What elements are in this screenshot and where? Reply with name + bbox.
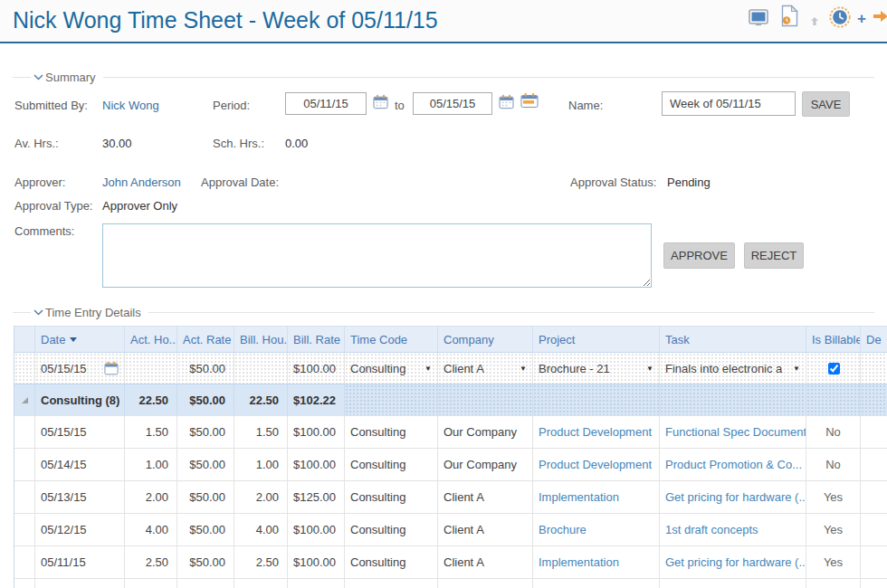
time-code-cell: Consulting (345, 546, 438, 578)
de-cell (861, 449, 887, 480)
period-start-input[interactable] (285, 92, 367, 115)
column-header-project[interactable]: Project (533, 327, 660, 352)
edit-bill-hours-cell[interactable] (234, 353, 288, 384)
time-code-cell: Consulting (345, 579, 438, 588)
de-cell (861, 514, 887, 545)
edit-bill-rate-cell[interactable]: $100.00 (288, 353, 345, 384)
collapse-group-toggle[interactable] (14, 384, 35, 415)
table-row[interactable]: 05/12/15 4.00 $50.00 4.00 $100.00 Consul… (14, 514, 887, 546)
act-rate-cell: $50.00 (177, 579, 234, 588)
column-header-company[interactable]: Company (438, 327, 533, 352)
task-link[interactable]: Product Promotion & Co... (660, 449, 806, 480)
divider (148, 312, 874, 313)
de-cell (861, 579, 887, 588)
summary-section-header[interactable]: Summary (13, 70, 874, 84)
group-summary-row: Consulting (8) 22.50 $50.00 22.50 $102.2… (14, 384, 887, 416)
project-link[interactable]: Implementation (533, 546, 660, 578)
column-header-date[interactable]: Date (35, 327, 125, 352)
date-cell: 05/13/15 (35, 481, 125, 513)
company-cell: Client A (438, 481, 533, 513)
is-billable-cell: No (806, 449, 861, 480)
reject-button[interactable]: REJECT (744, 242, 804, 269)
divider (13, 312, 31, 313)
bill-rate-cell: $100.00 (288, 579, 345, 588)
table-row[interactable]: 05/11/15 2.75 $50.00 2.75 $100.00 Consul… (14, 579, 887, 588)
period-end-input[interactable] (413, 92, 492, 115)
column-header-bill-rate[interactable]: Bill. Rate (288, 327, 345, 352)
clock-icon[interactable] (829, 6, 851, 31)
timesheet-name-input[interactable] (662, 91, 796, 116)
project-link[interactable]: Implementation (533, 481, 660, 513)
column-header-task[interactable]: Task (660, 327, 806, 352)
company-cell: Client A (438, 514, 533, 545)
company-cell: Our Company (438, 416, 533, 448)
submitted-by-label: Submitted By: (14, 99, 88, 112)
timesheet-document-icon[interactable] (781, 5, 798, 30)
project-dropdown[interactable]: Brochure - 21 ▼ (533, 353, 660, 384)
group-bill-hours: 22.50 (234, 384, 288, 415)
approve-button[interactable]: APPROVE (663, 242, 735, 269)
project-link[interactable]: Brochure (533, 514, 660, 545)
task-dropdown[interactable]: Finals into electronic a ▼ (660, 353, 806, 384)
approval-status-label: Approval Status: (570, 175, 656, 189)
de-cell (861, 546, 887, 578)
calendar-icon[interactable] (373, 94, 388, 112)
is-billable-checkbox[interactable] (828, 363, 840, 375)
de-cell (861, 481, 887, 513)
group-label: Consulting (8) (35, 384, 125, 415)
date-cell: 05/11/15 (35, 579, 125, 588)
task-link[interactable]: Product Promotion & Co... (660, 579, 806, 588)
edit-act-hours-cell[interactable] (125, 353, 177, 384)
approval-status-value: Pending (667, 175, 711, 189)
act-hours-cell: 2.50 (125, 546, 177, 578)
table-row[interactable]: 05/11/15 2.50 $50.00 2.50 $100.00 Consul… (14, 546, 887, 579)
time-entry-section-label: Time Entry Details (45, 306, 141, 319)
table-row[interactable]: 05/13/15 2.00 $50.00 2.00 $125.00 Consul… (14, 481, 887, 514)
bill-hours-cell: 2.75 (234, 579, 288, 588)
task-link[interactable]: 1st draft concepts (660, 514, 806, 545)
is-billable-cell: No (806, 416, 861, 448)
act-hours-cell: 4.00 (125, 514, 177, 545)
time-code-dropdown[interactable]: Consulting ▼ (345, 353, 438, 384)
approver-label: Approver: (14, 175, 65, 189)
column-header-act-hours[interactable]: Act. Ho... (125, 327, 177, 352)
approver-link[interactable]: John Anderson (102, 175, 181, 189)
task-link[interactable]: Get pricing for hardware (... (660, 546, 806, 578)
calendar-icon[interactable] (104, 361, 119, 375)
is-billable-cell: Yes (806, 481, 861, 513)
calendar-icon[interactable] (499, 94, 514, 112)
table-row[interactable]: 05/14/15 1.00 $50.00 1.00 $100.00 Consul… (14, 449, 887, 481)
column-header-de[interactable]: De (861, 327, 887, 352)
edit-date-cell[interactable]: 05/15/15 (35, 353, 125, 384)
submitted-by-link[interactable]: Nick Wong (102, 99, 159, 112)
table-row[interactable]: 05/15/15 1.50 $50.00 1.50 $100.00 Consul… (14, 416, 887, 449)
group-bill-rate: $102.22 (288, 384, 345, 415)
column-header-act-rate[interactable]: Act. Rate (177, 327, 234, 352)
time-entry-section-header[interactable]: Time Entry Details (13, 305, 874, 319)
column-header-is-billable[interactable]: Is Billable (806, 327, 861, 352)
bill-rate-cell: $100.00 (288, 546, 345, 578)
approval-type-label: Approval Type: (14, 199, 92, 213)
upload-icon[interactable] (810, 15, 819, 29)
sort-desc-icon (70, 337, 77, 342)
comments-textarea[interactable] (102, 223, 652, 288)
company-dropdown[interactable]: Client A ▼ (438, 353, 533, 384)
project-link[interactable]: Product Development (533, 416, 660, 448)
calendar-week-icon[interactable] (520, 92, 539, 111)
is-billable-cell: No (806, 579, 861, 588)
save-button[interactable]: SAVE (802, 91, 850, 117)
monitor-icon[interactable] (749, 9, 768, 29)
column-header-bill-hours[interactable]: Bill. Hou... (234, 327, 288, 352)
add-icon[interactable]: + (857, 10, 866, 28)
act-rate-cell: $50.00 (177, 416, 234, 448)
task-link[interactable]: Get pricing for hardware (... (660, 481, 806, 513)
project-link[interactable]: Product Development (533, 449, 660, 480)
de-cell[interactable] (861, 353, 887, 384)
timesheet-page: Nick Wong Time Sheet - Week of 05/11/15 … (0, 0, 887, 588)
project-link[interactable]: Product Development (533, 579, 660, 588)
task-link[interactable]: Functional Spec Document (660, 416, 806, 448)
column-header-time-code[interactable]: Time Code (345, 327, 438, 352)
edit-act-rate-cell[interactable]: $50.00 (177, 353, 234, 384)
expand-arrow-icon[interactable] (873, 8, 887, 27)
bill-hours-cell: 4.00 (234, 514, 288, 545)
